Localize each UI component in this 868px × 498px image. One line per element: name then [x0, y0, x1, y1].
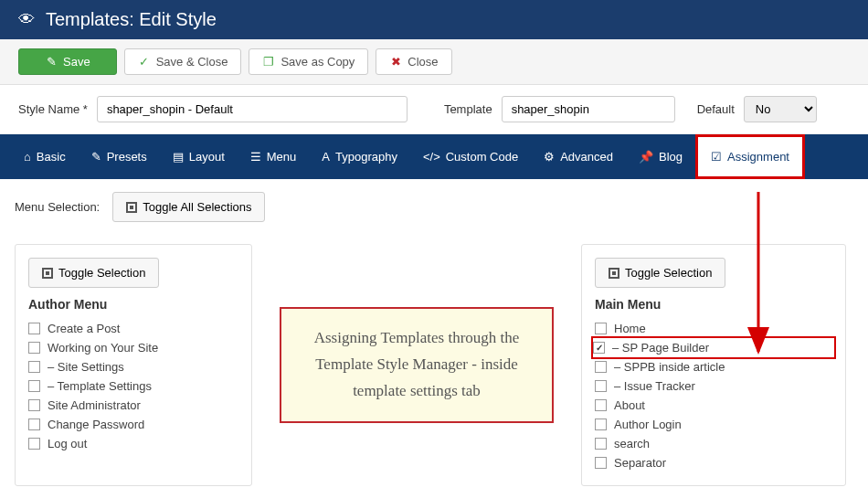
toggle-icon — [609, 268, 619, 279]
columns: Toggle Selection Author Menu Create a Po… — [15, 244, 853, 486]
style-form-row: Style Name * Template Default No — [0, 85, 868, 134]
pin-icon: 📌 — [639, 150, 653, 164]
tab-presets[interactable]: ✎Presets — [79, 134, 160, 179]
close-icon — [389, 55, 402, 69]
author-menu-title: Author Menu — [28, 297, 238, 312]
checkbox[interactable] — [28, 380, 40, 392]
list-item: Home — [595, 319, 832, 338]
item-label: Home — [614, 322, 646, 335]
list-item: Change Password — [28, 415, 238, 434]
list-item: Create a Post — [28, 319, 238, 338]
item-label: Separator — [614, 456, 666, 470]
checkbox[interactable] — [595, 438, 607, 450]
page-title: Templates: Edit Style — [46, 9, 217, 30]
save-close-label: Save & Close — [156, 55, 228, 69]
list-item: – Site Settings — [28, 357, 238, 376]
checkbox[interactable] — [595, 380, 607, 392]
item-label: Change Password — [48, 418, 144, 431]
menu-icon: ☰ — [250, 150, 261, 164]
item-label: – SPPB inside article — [614, 360, 725, 374]
list-item: About — [595, 396, 832, 415]
list-item: Working on Your Site — [28, 338, 238, 357]
item-label: – Site Settings — [48, 360, 124, 374]
checkbox[interactable] — [595, 361, 607, 373]
checkbox[interactable] — [28, 419, 40, 430]
checkbox[interactable] — [593, 342, 605, 354]
annotation-callout: Assigning Templates through the Template… — [280, 307, 554, 423]
checkbox[interactable] — [28, 438, 40, 450]
style-name-input[interactable] — [97, 96, 408, 122]
item-label: Site Administrator — [48, 398, 141, 412]
item-label: Log out — [48, 437, 87, 450]
item-label: Author Login — [614, 418, 682, 431]
default-label: Default — [697, 102, 735, 116]
page-header: 👁 Templates: Edit Style — [0, 0, 868, 39]
template-label: Template — [444, 102, 492, 116]
save-close-button[interactable]: Save & Close — [124, 48, 242, 75]
template-input[interactable] — [502, 96, 675, 122]
item-label: Working on Your Site — [48, 341, 158, 355]
item-label: About — [614, 398, 645, 412]
tab-typography[interactable]: ATypography — [309, 134, 410, 179]
content-area: Menu Selection: Toggle All Selections To… — [0, 179, 868, 498]
font-icon: A — [322, 150, 330, 164]
list-item: – SP Page Builder — [591, 336, 836, 359]
item-label: search — [614, 437, 650, 450]
code-icon: </> — [423, 150, 440, 164]
save-copy-label: Save as Copy — [281, 55, 355, 69]
list-item: – SPPB inside article — [595, 357, 832, 376]
checkbox[interactable] — [595, 419, 607, 430]
toggle-icon — [126, 202, 137, 213]
list-item: Site Administrator — [28, 396, 238, 415]
author-menu-list: Create a PostWorking on Your Site– Site … — [28, 319, 238, 453]
tab-assignment[interactable]: ☑Assignment — [695, 134, 805, 179]
main-menu-panel: Toggle Selection Main Menu Home– SP Page… — [581, 244, 846, 486]
author-menu-panel: Toggle Selection Author Menu Create a Po… — [15, 244, 252, 486]
checkbox[interactable] — [28, 399, 40, 411]
checkbox[interactable] — [595, 457, 607, 469]
toggle-icon — [42, 268, 53, 279]
list-item: search — [595, 434, 832, 453]
checkbox[interactable] — [28, 342, 40, 354]
checkbox[interactable] — [595, 323, 607, 334]
toggle-selection-main[interactable]: Toggle Selection — [595, 258, 725, 288]
item-label: – Template Settings — [48, 379, 152, 393]
item-label: Create a Post — [48, 322, 121, 335]
wand-icon: ✎ — [91, 150, 101, 164]
tab-bar: ⌂Basic ✎Presets ▤Layout ☰Menu ATypograph… — [0, 134, 868, 179]
default-select[interactable]: No — [744, 96, 817, 122]
action-toolbar: Save Save & Close Save as Copy Close — [0, 39, 868, 85]
item-label: – Issue Tracker — [614, 379, 695, 393]
close-button[interactable]: Close — [376, 48, 451, 75]
eye-icon: 👁 — [18, 10, 35, 29]
tab-advanced[interactable]: ⚙Advanced — [531, 134, 626, 179]
check-square-icon: ☑ — [711, 150, 722, 164]
checkbox[interactable] — [595, 399, 607, 411]
tab-basic[interactable]: ⌂Basic — [11, 134, 79, 179]
tab-menu[interactable]: ☰Menu — [238, 134, 310, 179]
list-item: Log out — [28, 434, 238, 453]
style-name-label: Style Name * — [18, 102, 88, 116]
save-icon — [45, 55, 58, 69]
main-menu-list: Home– SP Page Builder– SPPB inside artic… — [595, 319, 832, 472]
main-menu-title: Main Menu — [595, 297, 832, 312]
tab-layout[interactable]: ▤Layout — [160, 134, 238, 179]
checkbox[interactable] — [28, 361, 40, 373]
tab-blog[interactable]: 📌Blog — [626, 134, 695, 179]
checkbox[interactable] — [28, 323, 40, 334]
close-label: Close — [408, 55, 438, 69]
menu-selection-row: Menu Selection: Toggle All Selections — [15, 192, 853, 222]
list-item: Separator — [595, 453, 832, 472]
item-label: – SP Page Builder — [612, 341, 709, 355]
gear-icon: ⚙ — [544, 150, 555, 164]
save-as-copy-button[interactable]: Save as Copy — [249, 48, 368, 75]
layout-icon: ▤ — [173, 150, 184, 164]
check-icon — [138, 55, 151, 69]
toggle-all-button[interactable]: Toggle All Selections — [112, 192, 265, 222]
list-item: – Issue Tracker — [595, 376, 832, 396]
toggle-selection-author[interactable]: Toggle Selection — [28, 258, 159, 288]
save-button[interactable]: Save — [18, 48, 117, 75]
tab-custom-code[interactable]: </>Custom Code — [410, 134, 531, 179]
save-label: Save — [63, 55, 90, 69]
copy-icon — [262, 55, 275, 69]
